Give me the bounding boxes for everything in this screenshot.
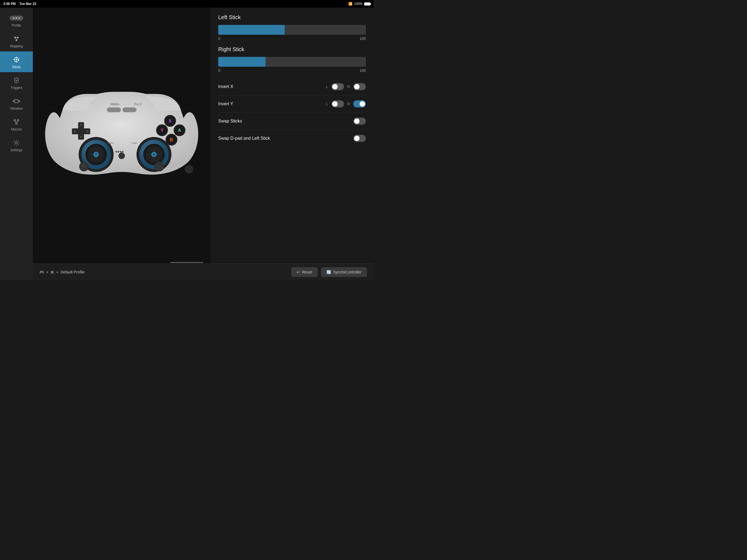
invert-y-label: Invert Y bbox=[218, 101, 233, 106]
plus-2: + bbox=[56, 270, 58, 274]
invert-x-left-toggle[interactable] bbox=[331, 83, 344, 90]
svg-text:+ start: + start bbox=[130, 142, 137, 144]
swap-sticks-toggle[interactable] bbox=[353, 118, 366, 125]
right-stick-fill bbox=[218, 57, 265, 67]
controller-area: 8BitDo Pro 2 bbox=[33, 8, 374, 263]
profile-name: Default Profile bbox=[60, 270, 84, 274]
left-stick-fill bbox=[218, 25, 285, 35]
settings-icon bbox=[12, 139, 20, 147]
controller-svg: 8BitDo Pro 2 bbox=[38, 85, 205, 186]
svg-point-69 bbox=[154, 161, 164, 171]
bottom-bar: 🎮 + ⊞ + Default Profile ↩ Reset 🔄 Syncto… bbox=[33, 263, 374, 280]
sidebar-item-macros[interactable]: Macros bbox=[0, 114, 33, 134]
svg-point-11 bbox=[16, 59, 17, 60]
battery-icon bbox=[364, 2, 370, 5]
svg-point-17 bbox=[14, 120, 16, 121]
sidebar-item-mapping[interactable]: Mapping bbox=[0, 31, 33, 51]
controller-image-panel: 8BitDo Pro 2 bbox=[33, 8, 210, 263]
svg-text:8BitDo: 8BitDo bbox=[110, 103, 119, 106]
sidebar-item-vibration[interactable]: Vibration bbox=[0, 93, 33, 114]
sticks-icon bbox=[12, 56, 20, 63]
status-right: 📶 100% bbox=[349, 2, 370, 6]
profile-icon bbox=[12, 14, 20, 22]
wifi-icon: 📶 bbox=[349, 2, 353, 6]
swap-dpad-toggle[interactable] bbox=[353, 135, 366, 142]
sidebar-item-triggers[interactable]: Triggers bbox=[0, 72, 33, 93]
main-content: 8BitDo Pro 2 bbox=[33, 8, 374, 280]
swap-dpad-row: Swap D-pad and Left Stick bbox=[218, 130, 366, 147]
svg-rect-12 bbox=[15, 100, 18, 103]
invert-y-right-toggle[interactable] bbox=[353, 100, 366, 107]
sidebar: Profile Mapping bbox=[0, 8, 33, 280]
triggers-icon bbox=[12, 77, 20, 84]
svg-text:- select: - select bbox=[106, 142, 113, 144]
svg-point-65 bbox=[118, 151, 119, 153]
sidebar-item-profile[interactable]: Profile bbox=[0, 10, 33, 31]
plus-1: + bbox=[46, 270, 48, 274]
svg-point-68 bbox=[79, 161, 89, 171]
windows-icon: ⊞ bbox=[51, 270, 54, 274]
invert-x-controls: L R bbox=[326, 83, 366, 90]
svg-point-19 bbox=[16, 123, 17, 124]
status-time-date: 3:08 PM Tue Mar 23 bbox=[3, 2, 36, 6]
left-stick-slider-container: 0 100 bbox=[218, 25, 366, 41]
swap-sticks-label: Swap Sticks bbox=[218, 119, 242, 124]
invert-y-left-toggle[interactable] bbox=[331, 100, 344, 107]
right-stick-slider-container: 0 100 bbox=[218, 57, 366, 73]
svg-line-21 bbox=[17, 121, 18, 123]
status-bar: 3:08 PM Tue Mar 23 📶 100% bbox=[0, 0, 374, 8]
svg-point-66 bbox=[120, 151, 121, 153]
swap-sticks-row: Swap Sticks bbox=[218, 113, 366, 130]
svg-point-63 bbox=[119, 153, 125, 159]
svg-point-67 bbox=[122, 151, 124, 153]
svg-text:X: X bbox=[169, 119, 172, 123]
sync-icon: 🔄 bbox=[327, 270, 331, 274]
swap-dpad-label: Swap D-pad and Left Stick bbox=[218, 136, 270, 141]
invert-y-controls: L R bbox=[326, 100, 366, 107]
invert-y-row: Invert Y L R bbox=[218, 96, 366, 113]
settings-panel: Left Stick 0 100 Right Stick 0 100 bbox=[210, 8, 374, 263]
svg-text:Y: Y bbox=[160, 128, 163, 133]
invert-x-label: Invert X bbox=[218, 84, 233, 89]
left-stick-title: Left Stick bbox=[218, 14, 366, 21]
mapping-icon bbox=[12, 35, 20, 43]
sync-button[interactable]: 🔄 SynctoController bbox=[321, 267, 367, 277]
svg-point-10 bbox=[18, 59, 19, 60]
svg-text:Pro 2: Pro 2 bbox=[134, 103, 141, 106]
invert-x-right-toggle[interactable] bbox=[353, 83, 366, 90]
sidebar-item-sticks[interactable]: Sticks bbox=[0, 51, 33, 72]
macros-icon bbox=[12, 118, 20, 126]
bottom-profile: 🎮 + ⊞ + Default Profile bbox=[40, 270, 291, 274]
svg-rect-24 bbox=[123, 107, 136, 112]
svg-point-70 bbox=[185, 165, 193, 173]
reset-icon: ↩ bbox=[297, 270, 300, 274]
svg-point-7 bbox=[16, 57, 17, 58]
swap-dpad-controls bbox=[353, 135, 366, 142]
reset-button[interactable]: ↩ Reset bbox=[291, 267, 318, 277]
right-stick-labels: 0 100 bbox=[218, 68, 366, 73]
svg-point-8 bbox=[16, 61, 17, 62]
svg-text:B: B bbox=[170, 137, 173, 142]
controller-icon: 🎮 bbox=[40, 270, 44, 274]
svg-text:A: A bbox=[178, 128, 181, 133]
svg-point-64 bbox=[115, 151, 117, 153]
svg-rect-23 bbox=[107, 107, 121, 112]
left-stick-labels: 0 100 bbox=[218, 36, 366, 41]
sidebar-item-settings[interactable]: Settings bbox=[0, 134, 33, 155]
right-stick-track[interactable] bbox=[218, 57, 366, 67]
vibration-icon bbox=[12, 97, 20, 105]
svg-point-9 bbox=[14, 59, 15, 60]
left-stick-track[interactable] bbox=[218, 25, 366, 35]
scroll-indicator bbox=[170, 262, 203, 263]
svg-point-22 bbox=[15, 142, 18, 144]
right-stick-title: Right Stick bbox=[218, 46, 366, 52]
bottom-actions: ↩ Reset 🔄 SynctoController bbox=[291, 267, 367, 277]
swap-sticks-controls bbox=[353, 118, 366, 125]
svg-point-18 bbox=[17, 120, 19, 121]
invert-x-row: Invert X L R bbox=[218, 78, 366, 96]
svg-line-20 bbox=[15, 121, 17, 123]
